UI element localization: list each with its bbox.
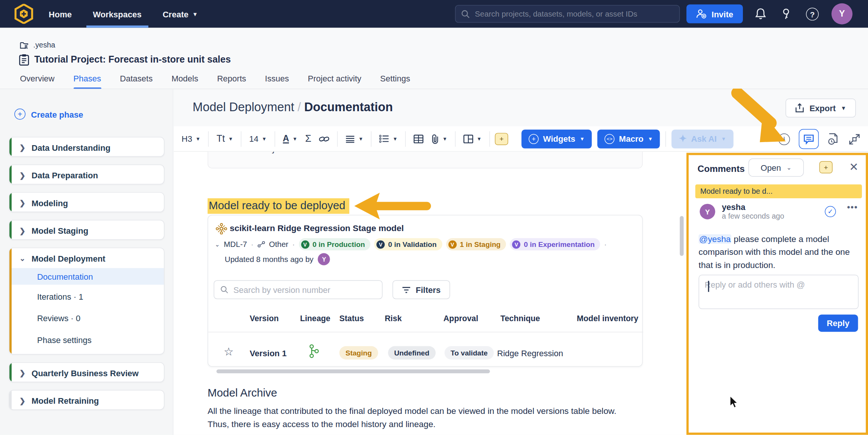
- version-search-input[interactable]: [234, 285, 376, 294]
- version-search[interactable]: [214, 280, 382, 299]
- caret-down-icon: ▼: [841, 105, 847, 111]
- nav-create[interactable]: Create▼: [163, 0, 198, 28]
- tab-datasets[interactable]: Datasets: [120, 74, 153, 88]
- reply-input[interactable]: [698, 275, 859, 309]
- add-comment-icon[interactable]: +: [495, 133, 508, 145]
- phase-modeling[interactable]: ❯ Modeling: [9, 192, 165, 212]
- filters-button[interactable]: Filters: [393, 280, 450, 299]
- comment-anchor-quote[interactable]: Model ready to be d...: [695, 184, 862, 198]
- ask-ai-button[interactable]: ✦ Ask AI▼: [672, 129, 734, 148]
- macro-button[interactable]: <> Macro▼: [598, 129, 660, 148]
- horizontal-scrollbar[interactable]: [217, 369, 490, 373]
- tab-settings[interactable]: Settings: [380, 74, 410, 88]
- col-risk[interactable]: Risk: [385, 314, 402, 323]
- tab-reports[interactable]: Reports: [217, 74, 246, 88]
- tab-issues[interactable]: Issues: [265, 74, 289, 88]
- comments-panel: Comments Open⌄ + ✕ Model ready to be d..…: [686, 153, 868, 435]
- sidebar-item-iterations[interactable]: Iterations · 1: [9, 288, 164, 305]
- comment-menu-icon[interactable]: •••: [847, 203, 858, 213]
- chevron-right-icon: ❯: [19, 199, 25, 207]
- tab-phases[interactable]: Phases: [73, 74, 101, 88]
- new-comment-icon[interactable]: +: [819, 161, 833, 173]
- col-lineage[interactable]: Lineage: [300, 314, 330, 323]
- heading-style-dropdown[interactable]: H3▼: [179, 132, 203, 146]
- model-name[interactable]: scikit-learn Ridge Regression Stage mode…: [230, 223, 404, 233]
- align-dropdown[interactable]: ▼: [343, 133, 366, 145]
- info-icon[interactable]: i: [778, 133, 790, 145]
- phase-data-preparation[interactable]: ❯ Data Preparation: [9, 164, 165, 184]
- col-model-inventory[interactable]: Model inventory: [577, 314, 643, 323]
- export-button[interactable]: Export ▼: [785, 99, 856, 118]
- link-icon: [319, 135, 330, 143]
- favorite-star-icon[interactable]: ☆: [224, 345, 234, 358]
- model-id[interactable]: MDL-7: [224, 240, 247, 249]
- col-version[interactable]: Version: [250, 314, 279, 323]
- global-search-input[interactable]: [475, 9, 674, 18]
- phase-model-retraining[interactable]: ❯ Model Retraining: [9, 390, 165, 410]
- nav-workspaces[interactable]: Workspaces: [93, 0, 141, 28]
- badge-staging[interactable]: V 1 in Staging: [446, 238, 506, 250]
- comments-toggle-button[interactable]: [799, 129, 819, 149]
- tab-overview[interactable]: Overview: [20, 74, 55, 88]
- notifications-bell-icon[interactable]: [754, 7, 767, 20]
- reply-button[interactable]: Reply: [818, 315, 858, 332]
- comment-avatar: Y: [700, 204, 715, 219]
- model-archive-paragraph: All the lineage that contributed to the …: [208, 404, 637, 431]
- model-meta-row: ⌄ MDL-7 · Other · V 0 in Production V 0 …: [215, 238, 607, 250]
- bullet-list-icon: [379, 135, 389, 143]
- comments-filter-dropdown[interactable]: Open⌄: [749, 158, 804, 176]
- list-dropdown[interactable]: ▼: [377, 132, 400, 145]
- layout-dropdown[interactable]: ▼: [461, 132, 484, 145]
- col-approval[interactable]: Approval: [443, 314, 478, 323]
- sidebar-item-phase-settings[interactable]: Phase settings: [9, 331, 164, 348]
- version-icon: V: [301, 240, 309, 248]
- search-icon: [461, 9, 470, 18]
- phase-quarterly-business-review[interactable]: ❯ Quarterly Business Review: [9, 362, 165, 382]
- chevron-right-icon: ❯: [19, 396, 25, 404]
- formula-button[interactable]: Σ: [303, 131, 314, 147]
- vertical-scrollbar[interactable]: [680, 216, 683, 256]
- nav-home[interactable]: Home: [49, 0, 72, 28]
- text-style-dropdown[interactable]: Tt▼: [214, 131, 236, 147]
- document-content: } Model ready to be deployed scikit-lear…: [174, 152, 686, 435]
- global-search[interactable]: [455, 5, 680, 23]
- resolve-check-icon[interactable]: ✓: [825, 206, 836, 217]
- text-color-dropdown[interactable]: A▼: [280, 132, 300, 146]
- insert-table-button[interactable]: [411, 132, 426, 145]
- badge-production[interactable]: V 0 in Production: [299, 238, 370, 250]
- attach-dropdown[interactable]: ▼: [429, 132, 450, 146]
- highlighted-heading[interactable]: Model ready to be deployed: [208, 198, 349, 214]
- widgets-button[interactable]: + Widgets▼: [521, 129, 592, 148]
- code-block[interactable]: }: [208, 152, 643, 168]
- create-phase-button[interactable]: + Create phase: [14, 109, 83, 119]
- col-status[interactable]: Status: [339, 314, 364, 323]
- lineage-icon[interactable]: [308, 344, 320, 358]
- domino-logo-icon[interactable]: [14, 4, 33, 24]
- fullscreen-icon[interactable]: [849, 133, 860, 145]
- mention-link[interactable]: @yesha: [698, 234, 731, 244]
- invite-button[interactable]: Invite: [686, 5, 743, 23]
- close-icon[interactable]: ✕: [849, 160, 859, 173]
- comments-title: Comments: [697, 163, 744, 174]
- reply-textarea[interactable]: [705, 280, 853, 304]
- row-version[interactable]: Version 1: [250, 348, 287, 358]
- badge-validation[interactable]: V 0 in Validation: [374, 238, 442, 250]
- doc-history-icon[interactable]: [828, 133, 840, 145]
- help-icon[interactable]: ?: [806, 8, 819, 21]
- user-avatar[interactable]: Y: [831, 3, 853, 25]
- link-button[interactable]: [316, 133, 333, 145]
- sidebar-item-documentation[interactable]: Documentation: [9, 268, 164, 285]
- api-key-icon[interactable]: [781, 7, 794, 20]
- col-technique[interactable]: Technique: [500, 314, 540, 323]
- phase-model-deployment-header[interactable]: ⌄ Model Deployment: [9, 248, 164, 268]
- breadcrumb[interactable]: .yesha: [20, 41, 55, 49]
- phase-model-staging[interactable]: ❯ Model Staging: [9, 220, 165, 240]
- tab-models[interactable]: Models: [171, 74, 198, 88]
- sidebar-item-reviews[interactable]: Reviews · 0: [9, 309, 164, 326]
- chevron-down-icon[interactable]: ⌄: [215, 240, 220, 248]
- font-size-dropdown[interactable]: 14▼: [246, 132, 269, 146]
- updater-avatar[interactable]: Y: [318, 253, 330, 265]
- badge-experimentation[interactable]: V 0 in Experimentation: [510, 238, 600, 250]
- phase-data-understanding[interactable]: ❯ Data Understanding: [9, 137, 165, 157]
- tab-project-activity[interactable]: Project activity: [308, 74, 361, 88]
